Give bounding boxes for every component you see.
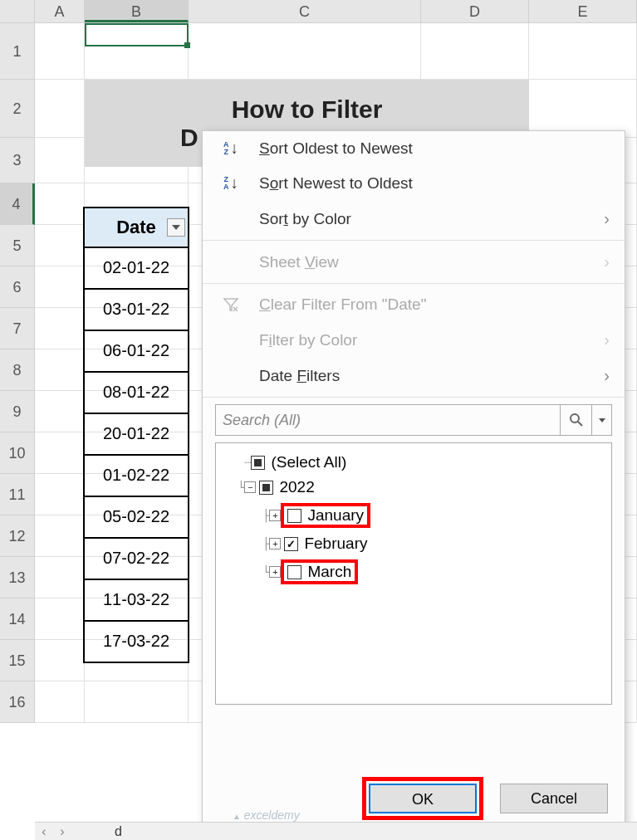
sheet-tab[interactable]: d	[105, 824, 132, 839]
row-header-3[interactable]: 3	[0, 138, 35, 183]
row-header-4[interactable]: 4	[0, 183, 35, 225]
tree-year-2022[interactable]: └ − 2022	[219, 475, 608, 500]
col-header-A[interactable]: A	[35, 0, 85, 22]
search-row: Search (All)	[215, 404, 612, 436]
collapse-icon[interactable]: −	[244, 481, 256, 493]
tree-connector: ┈	[244, 456, 251, 469]
table-row[interactable]: 17-03-22	[83, 622, 189, 663]
table-row[interactable]: 11-03-22	[83, 580, 189, 622]
checkbox-checked[interactable]	[284, 537, 298, 551]
sort-color-label: Sort by Color	[259, 210, 351, 228]
horizontal-scrollbar[interactable]: ‹ › d	[35, 822, 637, 840]
search-options-dropdown[interactable]	[592, 404, 612, 436]
table-row[interactable]: 06-01-22	[83, 331, 189, 373]
row-headers: 1 2 3 4 5 6 7 8 9 10 11 12 13 14 15 16	[0, 23, 35, 723]
tree-connector: ├	[262, 509, 269, 522]
chevron-down-icon	[599, 418, 605, 422]
search-button[interactable]	[561, 404, 592, 436]
sort-newest-label: Sort Newest to Oldest	[259, 174, 413, 193]
row-header-11[interactable]: 11	[0, 474, 35, 515]
month-january-label: January	[307, 506, 364, 525]
ok-button[interactable]: OK	[369, 784, 477, 813]
funnel-clear-icon	[218, 296, 244, 313]
separator	[203, 240, 625, 241]
scroll-right-icon[interactable]: ›	[53, 823, 71, 841]
table-row[interactable]: 07-02-22	[83, 539, 189, 580]
row-header-8[interactable]: 8	[0, 349, 35, 391]
row-header-9[interactable]: 9	[0, 391, 35, 432]
column-headers: A B C D E	[0, 0, 637, 23]
table-row[interactable]: 08-01-22	[83, 373, 189, 414]
col-header-D[interactable]: D	[421, 0, 529, 22]
checkbox-unchecked[interactable]	[287, 509, 301, 523]
filter-dropdown-menu: AZ ↓ Sort Oldest to Newest ZA ↓ Sort New…	[202, 130, 625, 836]
filter-tree: ┈ (Select All) └ − 2022 ├ + January ├ + …	[215, 442, 612, 705]
col-header-B[interactable]: B	[85, 0, 189, 22]
title-line1: How to Filter	[232, 95, 383, 124]
row-header-14[interactable]: 14	[0, 598, 35, 640]
checkbox-indeterminate[interactable]	[259, 481, 273, 495]
col-header-C[interactable]: C	[189, 0, 421, 22]
tree-connector: └	[262, 565, 269, 579]
chevron-right-icon: ›	[604, 209, 610, 228]
col-header-E[interactable]: E	[529, 0, 637, 22]
row-header-12[interactable]: 12	[0, 515, 35, 557]
table-row[interactable]: 05-02-22	[83, 497, 189, 539]
chevron-right-icon: ›	[604, 252, 610, 271]
tree-connector: ├	[262, 537, 269, 550]
filter-dropdown-button[interactable]	[167, 218, 185, 237]
tree-month-march[interactable]: └ + March	[219, 556, 608, 588]
table-header-label: Date	[116, 217, 156, 237]
checkbox-unchecked[interactable]	[287, 565, 301, 579]
select-all-corner[interactable]	[0, 0, 35, 22]
separator	[203, 283, 625, 284]
ok-highlight: OK	[362, 777, 483, 820]
row-header-6[interactable]: 6	[0, 266, 35, 308]
tree-select-all[interactable]: ┈ (Select All)	[219, 450, 608, 475]
filter-by-color: Filter by Color ›	[203, 322, 625, 358]
row-header-7[interactable]: 7	[0, 308, 35, 349]
tree-month-january[interactable]: ├ + January	[219, 500, 608, 531]
row-header-15[interactable]: 15	[0, 640, 35, 681]
row-header-13[interactable]: 13	[0, 557, 35, 598]
row-header-2[interactable]: 2	[0, 80, 35, 138]
search-icon	[569, 413, 584, 427]
date-table: Date 02-01-22 03-01-22 06-01-22 08-01-22…	[83, 207, 189, 663]
chevron-down-icon	[172, 225, 180, 230]
sort-by-color[interactable]: Sort by Color ›	[203, 201, 625, 237]
chevron-right-icon: ›	[604, 366, 610, 385]
svg-line-3	[578, 422, 582, 426]
expand-icon[interactable]: +	[269, 566, 281, 578]
table-row[interactable]: 03-01-22	[83, 290, 189, 331]
scroll-left-icon[interactable]: ‹	[35, 823, 53, 841]
watermark: ▲ exceldemy	[233, 808, 300, 822]
sheet-view-label: Sheet View	[259, 253, 339, 271]
select-all-label: (Select All)	[271, 453, 346, 471]
search-input[interactable]: Search (All)	[215, 404, 561, 436]
expand-icon[interactable]: +	[269, 510, 281, 521]
tree-month-february[interactable]: ├ + February	[219, 531, 608, 556]
chevron-right-icon: ›	[604, 330, 610, 349]
row-header-5[interactable]: 5	[0, 225, 35, 266]
clear-filter-label: Clear Filter From "Date"	[259, 295, 426, 314]
sort-oldest-newest[interactable]: AZ ↓ Sort Oldest to Newest	[203, 131, 625, 166]
sheet-view: Sheet View ›	[203, 244, 625, 280]
cancel-button[interactable]: Cancel	[500, 784, 608, 813]
sort-za-icon: ZA ↓	[218, 174, 244, 193]
table-header-date[interactable]: Date	[83, 207, 189, 248]
row-header-10[interactable]: 10	[0, 432, 35, 474]
title-line2: D	[180, 124, 198, 152]
date-filters-label: Date Filters	[259, 367, 340, 385]
table-row[interactable]: 20-01-22	[83, 414, 189, 456]
table-row[interactable]: 01-02-22	[83, 456, 189, 497]
row-header-1[interactable]: 1	[0, 23, 35, 80]
date-filters[interactable]: Date Filters ›	[203, 358, 625, 393]
expand-icon[interactable]: +	[269, 538, 281, 549]
table-row[interactable]: 02-01-22	[83, 248, 189, 290]
year-label: 2022	[279, 478, 314, 496]
sort-newest-oldest[interactable]: ZA ↓ Sort Newest to Oldest	[203, 166, 625, 201]
row-header-16[interactable]: 16	[0, 681, 35, 723]
svg-point-2	[571, 414, 579, 422]
separator	[203, 397, 625, 398]
checkbox-indeterminate[interactable]	[251, 456, 265, 470]
